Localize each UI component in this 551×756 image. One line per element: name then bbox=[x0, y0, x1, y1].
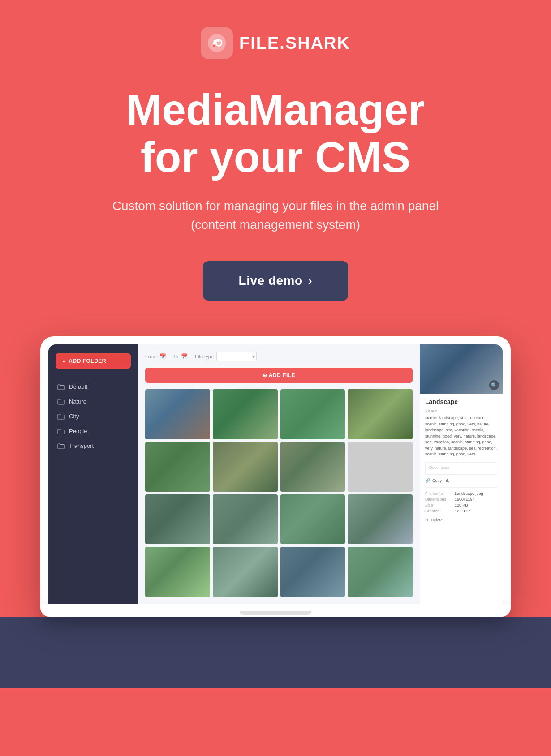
from-filter-group: From 📅 bbox=[145, 353, 166, 360]
folder-icon bbox=[57, 399, 65, 405]
image-cell[interactable] bbox=[348, 442, 413, 492]
image-cell[interactable] bbox=[348, 547, 413, 597]
sidebar-item-default[interactable]: Default bbox=[48, 379, 138, 394]
meta-size-row: Size 128 KB bbox=[425, 503, 497, 507]
file-type-filter-group: File type JPEG PNG GIF ▼ bbox=[195, 352, 255, 361]
image-cell[interactable] bbox=[145, 494, 210, 544]
image-grid bbox=[145, 389, 413, 597]
sidebar-item-city-label: City bbox=[69, 413, 79, 420]
brand-name: FILE.SHARK bbox=[239, 34, 350, 53]
dimensions-value: 1600x1194 bbox=[455, 497, 475, 502]
live-demo-button[interactable]: Live demo › bbox=[203, 261, 349, 301]
logo-icon bbox=[201, 27, 233, 59]
copy-link-label: Copy link bbox=[432, 478, 449, 483]
meta-created-row: Created 12.03.17 bbox=[425, 509, 497, 513]
image-cell[interactable] bbox=[213, 442, 278, 492]
chevron-right-icon: › bbox=[308, 274, 313, 288]
detail-body: Landscape Alt text Nature, landscape, se… bbox=[420, 394, 503, 527]
meta-dimensions-row: Dimensions 1600x1194 bbox=[425, 497, 497, 502]
to-label: To bbox=[173, 354, 179, 359]
red-dot-icon: ● bbox=[63, 359, 65, 363]
folder-icon bbox=[57, 384, 65, 390]
chevron-down-icon: ▼ bbox=[251, 354, 256, 359]
sidebar: ● ADD FOLDER Default Nature bbox=[48, 344, 138, 604]
file-type-select[interactable]: JPEG PNG GIF bbox=[216, 352, 257, 361]
sidebar-item-people[interactable]: People bbox=[48, 424, 138, 438]
calendar-from-icon: 📅 bbox=[159, 353, 166, 360]
sidebar-item-transport[interactable]: Transport bbox=[48, 438, 138, 453]
zoom-icon[interactable]: 🔍 bbox=[489, 380, 499, 390]
live-demo-label: Live demo bbox=[239, 274, 303, 288]
add-file-label: ⊕ ADD FILE bbox=[263, 372, 295, 378]
image-cell[interactable] bbox=[145, 547, 210, 597]
sidebar-item-city[interactable]: City bbox=[48, 409, 138, 424]
meta-filename-row: File name Landscape.jpeg bbox=[425, 491, 497, 496]
add-folder-label: ADD FOLDER bbox=[69, 358, 106, 364]
image-cell[interactable] bbox=[348, 389, 413, 439]
size-label: Size bbox=[425, 503, 452, 507]
laptop-base bbox=[40, 604, 511, 617]
description-field[interactable]: Description bbox=[425, 462, 497, 475]
delete-label: Delete bbox=[431, 518, 443, 522]
image-cell[interactable] bbox=[280, 442, 345, 492]
folder-icon bbox=[57, 443, 65, 449]
folder-icon bbox=[57, 428, 65, 434]
size-value: 128 KB bbox=[455, 503, 468, 507]
dimensions-label: Dimensions bbox=[425, 497, 452, 502]
image-cell[interactable] bbox=[280, 494, 345, 544]
detail-meta: File name Landscape.jpeg Dimensions 1600… bbox=[425, 487, 497, 513]
image-cell[interactable] bbox=[145, 389, 210, 439]
add-file-button[interactable]: ⊕ ADD FILE bbox=[145, 368, 413, 383]
sidebar-item-transport-label: Transport bbox=[69, 442, 94, 449]
created-label: Created bbox=[425, 509, 452, 513]
hero-section: FILE.SHARK MediaManager for your CMS Cus… bbox=[0, 0, 551, 336]
hero-subtitle: Custom solution for managing your files … bbox=[108, 197, 443, 234]
logo-container: FILE.SHARK bbox=[201, 27, 350, 59]
delete-icon: ✕ bbox=[425, 518, 429, 522]
laptop-screen-inner: ● ADD FOLDER Default Nature bbox=[48, 344, 503, 604]
image-cell[interactable] bbox=[213, 494, 278, 544]
detail-title: Landscape bbox=[425, 398, 497, 405]
copy-link-button[interactable]: 🔗 Copy link bbox=[425, 478, 497, 483]
svg-point-0 bbox=[208, 34, 226, 52]
laptop-notch bbox=[240, 611, 311, 615]
laptop-wrapper: ● ADD FOLDER Default Nature bbox=[40, 336, 511, 616]
hero-title: MediaManager for your CMS bbox=[126, 86, 425, 180]
detail-alt-text: Nature, landscape, sea, recreation, scen… bbox=[425, 415, 497, 458]
delete-button[interactable]: ✕ Delete bbox=[425, 518, 497, 522]
folder-icon bbox=[57, 413, 65, 420]
image-cell[interactable] bbox=[213, 389, 278, 439]
image-cell[interactable] bbox=[280, 547, 345, 597]
main-content: From 📅 To 📅 File type JPEG bbox=[138, 344, 420, 604]
calendar-to-icon: 📅 bbox=[181, 353, 188, 360]
link-icon: 🔗 bbox=[425, 478, 430, 483]
filename-value: Landscape.jpeg bbox=[455, 491, 483, 496]
image-cell[interactable] bbox=[213, 547, 278, 597]
laptop-screen-outer: ● ADD FOLDER Default Nature bbox=[40, 336, 511, 604]
description-placeholder: Description bbox=[429, 465, 449, 470]
detail-preview-image: 🔍 bbox=[420, 344, 503, 394]
sidebar-item-nature[interactable]: Nature bbox=[48, 394, 138, 409]
filters-bar: From 📅 To 📅 File type JPEG bbox=[145, 352, 413, 361]
from-label: From bbox=[145, 354, 157, 359]
image-cell[interactable] bbox=[145, 442, 210, 492]
sidebar-item-default-label: Default bbox=[69, 383, 87, 390]
created-value: 12.03.17 bbox=[455, 509, 470, 513]
bottom-section bbox=[0, 617, 551, 688]
file-type-label: File type bbox=[195, 354, 214, 359]
sidebar-item-nature-label: Nature bbox=[69, 398, 86, 405]
laptop-section: ● ADD FOLDER Default Nature bbox=[0, 336, 551, 616]
image-cell[interactable] bbox=[280, 389, 345, 439]
image-cell[interactable] bbox=[348, 494, 413, 544]
detail-panel: 🔍 Landscape Alt text Nature, landscape, … bbox=[420, 344, 503, 604]
add-folder-button[interactable]: ● ADD FOLDER bbox=[56, 353, 131, 369]
sidebar-item-people-label: People bbox=[69, 428, 87, 434]
filename-label: File name bbox=[425, 491, 452, 496]
to-filter-group: To 📅 bbox=[173, 353, 188, 360]
alt-text-label: Alt text bbox=[425, 409, 497, 413]
